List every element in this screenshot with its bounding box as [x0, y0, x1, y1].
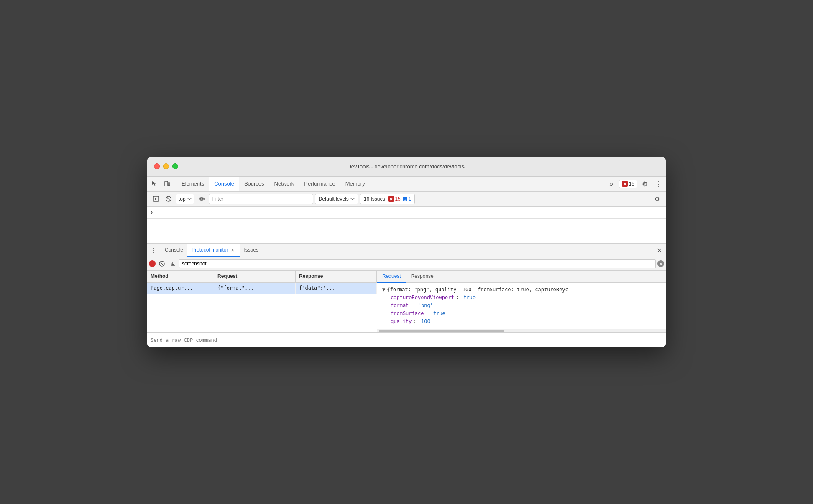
- maximize-button[interactable]: [172, 163, 178, 169]
- more-options-icon[interactable]: ⋮: [652, 178, 664, 190]
- table-cell-method: Page.captur...: [147, 283, 214, 294]
- drawer-tab-protocol-monitor[interactable]: Protocol monitor ✕: [187, 244, 240, 257]
- table-cell-response: {"data":"...: [296, 283, 377, 294]
- drawer-tab-issues[interactable]: Issues: [240, 244, 263, 257]
- tab-performance[interactable]: Performance: [299, 176, 340, 191]
- error-icon: ✕: [622, 181, 628, 187]
- table-body: Page.captur... {"format"... {"data":"...: [147, 283, 377, 333]
- issues-info-section: i 1: [402, 196, 412, 202]
- svg-line-5: [167, 197, 170, 201]
- protocol-monitor-content: ✕ Method Request: [147, 257, 666, 333]
- tab-memory[interactable]: Memory: [340, 176, 370, 191]
- window-title: DevTools - developer.chrome.com/docs/dev…: [347, 163, 465, 170]
- svg-line-10: [161, 262, 163, 265]
- record-button[interactable]: [149, 260, 156, 267]
- close-button[interactable]: [154, 163, 160, 169]
- drawer-tab-console[interactable]: Console: [161, 244, 187, 257]
- svg-text:i: i: [404, 197, 406, 201]
- device-toolbar-icon[interactable]: [161, 178, 173, 190]
- download-protocol-icon[interactable]: [168, 259, 177, 268]
- drawer-panel: ⋮ Console Protocol monitor ✕ Issues ✕: [147, 244, 666, 348]
- filter-input[interactable]: [209, 194, 313, 204]
- detail-horizontal-scrollbar[interactable]: [377, 329, 666, 332]
- protocol-table-detail-split: Method Request Response Page.captur.: [147, 271, 666, 333]
- table-header-row: Method Request Response: [147, 271, 377, 283]
- svg-rect-1: [168, 183, 170, 186]
- top-tab-bar: Elements Console Sources Network Perform…: [147, 177, 666, 192]
- json-property-format: format : "png": [382, 302, 661, 310]
- search-clear-button[interactable]: ✕: [657, 260, 664, 267]
- table-header-method: Method: [147, 271, 214, 282]
- tab-sources[interactable]: Sources: [239, 176, 269, 191]
- cdp-command-input[interactable]: [151, 337, 662, 343]
- more-tabs-button[interactable]: »: [606, 178, 617, 190]
- top-context-dropdown[interactable]: top: [176, 194, 194, 204]
- drawer-tab-bar: ⋮ Console Protocol monitor ✕ Issues ✕: [147, 244, 666, 257]
- error-count: 15: [629, 181, 634, 187]
- table-header-response: Response: [296, 271, 377, 282]
- drawer-close-button[interactable]: ✕: [654, 245, 664, 255]
- log-levels-dropdown[interactable]: Default levels: [315, 194, 358, 204]
- detail-tab-response[interactable]: Response: [406, 271, 439, 283]
- issues-error-section: ✕ 15: [388, 196, 400, 202]
- clear-protocol-icon[interactable]: [157, 259, 166, 268]
- svg-marker-3: [155, 198, 157, 200]
- detail-content-area: ▼ {format: "png", quality: 100, fromSurf…: [377, 283, 666, 329]
- protocol-table: Method Request Response Page.captur.: [147, 271, 377, 333]
- settings-icon[interactable]: ⚙: [639, 178, 651, 190]
- eye-icon[interactable]: [196, 193, 207, 204]
- minimize-button[interactable]: [163, 163, 169, 169]
- svg-rect-0: [165, 181, 168, 186]
- tab-network[interactable]: Network: [269, 176, 299, 191]
- json-property-captureBeyondViewport: captureBeyondViewport : true: [382, 294, 661, 302]
- protocol-search-input[interactable]: [179, 259, 656, 268]
- table-row[interactable]: Page.captur... {"format"... {"data":"...: [147, 283, 377, 294]
- console-prompt-row[interactable]: ›: [147, 207, 666, 219]
- table-cell-request: {"format"...: [214, 283, 296, 294]
- error-count-badge[interactable]: ✕ 15: [619, 180, 637, 188]
- cdp-command-bar: [147, 332, 666, 347]
- json-property-quality: quality : 100: [382, 318, 661, 326]
- console-output-area: [147, 219, 666, 244]
- top-tabs-icons: [149, 178, 173, 190]
- protocol-monitor-close-icon[interactable]: ✕: [230, 247, 235, 253]
- title-bar: DevTools - developer.chrome.com/docs/dev…: [147, 157, 666, 177]
- protocol-toolbar: ✕: [147, 257, 666, 271]
- detail-scrollbar-thumb[interactable]: [379, 330, 504, 332]
- svg-point-6: [200, 198, 202, 200]
- console-toolbar: top Default levels 16 Issues: ✕ 15: [147, 192, 666, 207]
- traffic-lights: [154, 163, 178, 169]
- tab-console[interactable]: Console: [209, 176, 239, 191]
- run-script-icon[interactable]: [151, 193, 161, 204]
- table-header-request: Request: [214, 271, 296, 282]
- issues-error-icon: ✕: [388, 196, 394, 202]
- drawer-menu-icon[interactable]: ⋮: [149, 245, 159, 255]
- issues-count-badge[interactable]: 16 Issues: ✕ 15 i 1: [360, 194, 415, 204]
- protocol-detail-panel: Request Response ▼ {format: "png", quali…: [377, 271, 666, 333]
- inspect-element-icon[interactable]: [149, 178, 161, 190]
- detail-tab-request[interactable]: Request: [377, 271, 406, 283]
- json-property-fromSurface: fromSurface : true: [382, 310, 661, 318]
- tab-elements[interactable]: Elements: [176, 176, 209, 191]
- json-summary-line: ▼ {format: "png", quality: 100, fromSurf…: [382, 286, 661, 294]
- detail-tab-bar: Request Response: [377, 271, 666, 283]
- console-settings-icon[interactable]: ⚙: [652, 193, 662, 204]
- top-tabs-right: » ✕ 15 ⚙ ⋮: [606, 178, 664, 190]
- clear-console-icon[interactable]: [163, 193, 174, 204]
